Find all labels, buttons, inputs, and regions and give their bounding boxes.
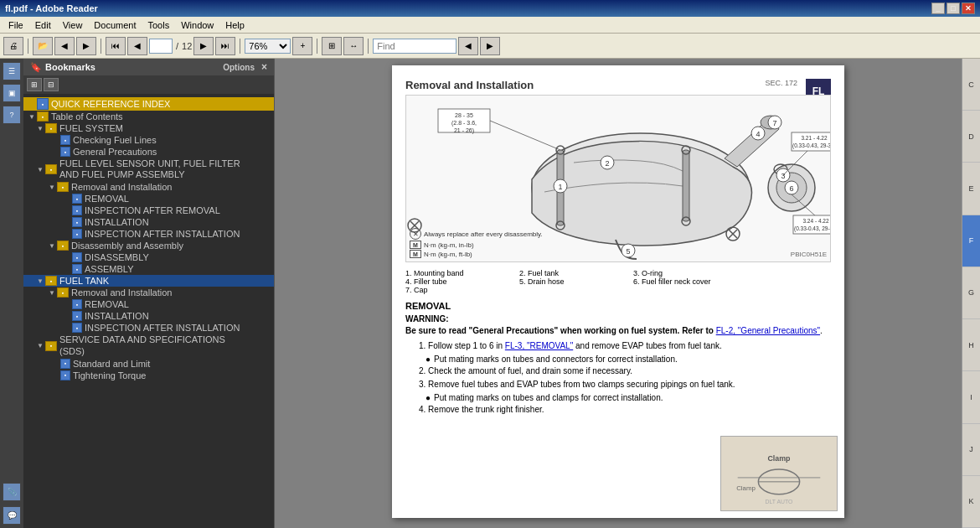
pdf-area[interactable]: FL Removal and Installation SEC. 172 <box>275 59 962 528</box>
bookmark-fuel-tank[interactable]: ▼ ▪ FUEL TANK <box>23 275 274 287</box>
folder-icon: ▪ <box>37 111 49 122</box>
removal-section: REMOVAL WARNING: Be sure to read "Genera… <box>405 301 831 416</box>
svg-text:7: 7 <box>772 119 776 127</box>
svg-text:Clamp: Clamp <box>767 454 791 463</box>
bookmark-removal[interactable]: ▪ REMOVAL <box>23 193 274 204</box>
parts-row-1: 1. Mounting band 2. Fuel tank 3. O-ring <box>405 269 831 277</box>
sec-label: SEC. 172 <box>765 79 797 87</box>
step-1-link[interactable]: FL-3, "REMOVAL" <box>505 341 573 350</box>
bookmark-inspection-after-removal[interactable]: ▪ INSPECTION AFTER REMOVAL <box>23 204 274 216</box>
bookmark-removal-installation[interactable]: ▼ ▪ Removal and Installation <box>23 181 274 193</box>
svg-text:(2.8 - 3.6,: (2.8 - 3.6, <box>451 120 477 127</box>
alpha-e[interactable]: E <box>962 163 980 215</box>
first-page-button[interactable]: ⏮ <box>106 37 126 55</box>
bookmark-fuel-system[interactable]: ▼ ▪ FUEL SYSTEM <box>23 122 274 134</box>
alpha-c[interactable]: C <box>962 59 980 111</box>
alpha-f[interactable]: F <box>962 215 980 267</box>
warning-link[interactable]: FL-2, "General Precautions" <box>716 326 820 335</box>
alpha-k[interactable]: K <box>962 476 980 528</box>
alpha-d[interactable]: D <box>962 111 980 163</box>
bookmark-removal-ft[interactable]: ▪ REMOVAL <box>23 298 274 310</box>
bookmark-installation-ft[interactable]: ▪ INSTALLATION <box>23 310 274 322</box>
attach-tool-button[interactable]: 💬 <box>3 506 21 525</box>
alpha-j[interactable]: J <box>962 424 980 476</box>
print-button[interactable]: 🖨 <box>3 37 23 55</box>
bookmark-inspection-after-installation[interactable]: ▪ INSPECTION AFTER INSTALLATION <box>23 228 274 240</box>
svg-text:DLT AUTO: DLT AUTO <box>766 499 794 505</box>
next-page-button[interactable]: ▶ <box>193 37 214 55</box>
bookmark-checking-fuel[interactable]: ▪ Checking Fuel Lines <box>23 134 274 146</box>
bookmarks-close-button[interactable]: × <box>261 61 267 73</box>
folder-icon: ▪ <box>45 341 57 351</box>
thumbnail-overlay: Clamp Clamp DLT AUTO <box>720 436 838 511</box>
alpha-g[interactable]: G <box>962 267 980 319</box>
menu-document[interactable]: Document <box>89 19 141 31</box>
bookmark-label: DISASSEMBLY <box>85 252 149 262</box>
removal-title: REMOVAL <box>405 301 831 311</box>
maximize-button[interactable]: □ <box>946 3 960 14</box>
last-page-button[interactable]: ⏭ <box>215 37 235 55</box>
bookmark-installation[interactable]: ▪ INSTALLATION <box>23 216 274 228</box>
window-controls[interactable]: _ □ ✕ <box>931 3 975 14</box>
separator-3 <box>240 39 240 54</box>
find-next-button[interactable]: ▶ <box>480 37 500 55</box>
svg-text:6: 6 <box>789 184 793 193</box>
alpha-i[interactable]: I <box>962 371 980 423</box>
diagram-legend: ✕ Always replace after every disassembly… <box>410 228 543 258</box>
legend-nm2: N·m (kg-m, ft-lb) <box>424 251 472 258</box>
separator-2 <box>101 39 101 54</box>
page-icon-small: ▪ <box>72 194 82 204</box>
close-button[interactable]: ✕ <box>962 3 975 14</box>
collapse-all-button[interactable]: ⊟ <box>44 78 59 91</box>
bookmark-tightening-torque[interactable]: ▪ Tightening Torque <box>23 370 274 381</box>
fit-width-button[interactable]: ↔ <box>343 37 364 55</box>
bookmark-ri-fuel-tank[interactable]: ▼ ▪ Removal and Installation <box>23 287 274 298</box>
part-7: 7. Cap <box>405 286 506 294</box>
menu-edit[interactable]: Edit <box>30 19 56 31</box>
find-input[interactable] <box>373 39 456 54</box>
page-icon-small: ▪ <box>72 252 82 262</box>
page-icon-small: ▪ <box>72 205 82 215</box>
comment-tool-button[interactable]: 📎 <box>3 483 21 501</box>
bookmark-inspection-ft[interactable]: ▪ INSPECTION AFTER INSTALLATION <box>23 322 274 334</box>
page-icon-small: ▪ <box>72 299 82 309</box>
svg-line-32 <box>490 121 560 150</box>
select-tool-button[interactable]: ▣ <box>3 84 21 102</box>
find-prev-button[interactable]: ◀ <box>458 37 478 55</box>
zoom-in-button[interactable]: + <box>292 37 312 55</box>
hand-tool-button[interactable]: ☰ <box>3 62 21 80</box>
page-number-input[interactable]: 9 <box>149 39 173 54</box>
back-button[interactable]: ◀ <box>54 37 75 55</box>
open-button[interactable]: 📂 <box>33 37 53 55</box>
minimize-button[interactable]: _ <box>931 3 945 14</box>
bookmark-disassembly[interactable]: ▪ DISASSEMBLY <box>23 251 274 263</box>
bookmark-general-precautions[interactable]: ▪ General Precautions <box>23 146 274 158</box>
fit-page-button[interactable]: ⊞ <box>322 37 342 55</box>
prev-page-button[interactable]: ◀ <box>127 37 147 55</box>
zoom-tool-button[interactable]: ? <box>3 106 21 124</box>
svg-text:3.24 - 4.22: 3.24 - 4.22 <box>802 218 828 224</box>
bookmark-assembly[interactable]: ▪ ASSEMBLY <box>23 263 274 275</box>
bookmark-quick-ref[interactable]: ▪ QUICK REFERENCE INDEX <box>23 97 274 111</box>
bookmark-fuel-level-sensor[interactable]: ▼ ▪ FUEL LEVEL SENSOR UNIT, FUEL FILTER … <box>23 158 274 181</box>
zoom-select[interactable]: 76% 50% 75% 100% 125% <box>245 39 291 54</box>
svg-text:1: 1 <box>558 183 562 191</box>
forward-button[interactable]: ▶ <box>76 37 96 55</box>
options-button[interactable]: Options <box>223 63 255 72</box>
menu-view[interactable]: View <box>58 19 88 31</box>
bookmark-label: SERVICE DATA AND SPECIFICATIONS (SDS) <box>59 334 244 356</box>
page-separator: / <box>176 41 178 51</box>
menu-help[interactable]: Help <box>220 19 250 31</box>
bookmark-disassembly-assembly[interactable]: ▼ ▪ Disassembly and Assembly <box>23 240 274 251</box>
svg-text:2: 2 <box>605 159 609 168</box>
step-4: 4. Remove the trunk right finisher. <box>419 404 831 416</box>
bookmark-standard-limit[interactable]: ▪ Standard and Limit <box>23 358 274 370</box>
expand-all-button[interactable]: ⊞ <box>27 78 42 91</box>
menu-tools[interactable]: Tools <box>143 19 175 31</box>
bookmark-sds[interactable]: ▼ ▪ SERVICE DATA AND SPECIFICATIONS (SDS… <box>23 334 274 357</box>
menu-file[interactable]: File <box>3 19 28 31</box>
bookmark-toc[interactable]: ▼ ▪ Table of Contents <box>23 111 274 122</box>
alpha-h[interactable]: H <box>962 319 980 371</box>
page-icon-small: ▪ <box>60 147 70 157</box>
menu-window[interactable]: Window <box>176 19 219 31</box>
